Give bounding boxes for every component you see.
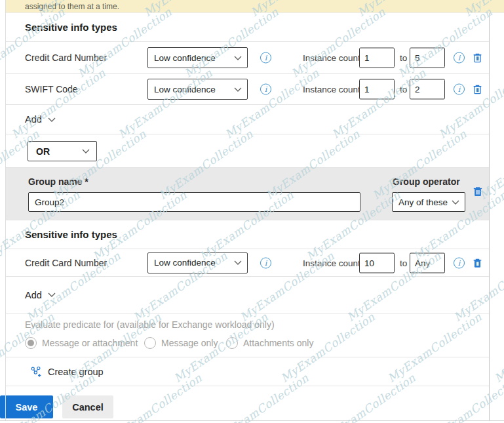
chevron-down-icon <box>234 87 242 92</box>
confidence-value: Low confidence <box>154 53 216 63</box>
radio-option-attachments-only[interactable]: Attachments only <box>226 337 313 349</box>
sensitive-info-row: Credit Card Number Low confidence i Inst… <box>5 249 489 277</box>
instance-count-label: Instance count <box>303 85 360 94</box>
sensitive-info-type-name: SWIFT Code <box>25 84 78 94</box>
footer-divider <box>0 420 504 421</box>
confidence-value: Low confidence <box>154 85 216 94</box>
radio-option-message-only[interactable]: Message only <box>144 337 218 349</box>
notice-banner: assigned to them at a time. <box>5 0 504 13</box>
info-icon[interactable]: i <box>260 257 271 268</box>
chevron-down-icon <box>48 117 56 122</box>
instance-min-input[interactable] <box>359 48 395 68</box>
radio-option-label: Message only <box>161 338 218 348</box>
instance-min-input[interactable] <box>359 252 395 273</box>
chevron-down-icon <box>234 260 242 265</box>
group-header: Group name * Group operator Any of these <box>5 168 489 220</box>
confidence-dropdown[interactable]: Low confidence <box>147 47 248 68</box>
radio-option-label: Message or attachment <box>42 338 138 348</box>
create-group-icon <box>30 366 43 378</box>
sensitive-info-row: Credit Card Number Low confidence i Inst… <box>5 42 489 74</box>
evaluate-predicate-section: Evaluate predicate for (available for Ex… <box>5 313 489 357</box>
dlp-condition-editor: assigned to them at a time. Sensitive in… <box>0 0 504 423</box>
condition-panel: Sensitive info types Credit Card Number … <box>5 13 489 420</box>
info-icon[interactable]: i <box>454 84 465 95</box>
to-label: to <box>400 85 407 94</box>
save-button[interactable]: Save <box>0 395 53 418</box>
info-icon[interactable]: i <box>260 84 271 95</box>
instance-max-input[interactable] <box>410 252 445 273</box>
add-button[interactable]: Add <box>25 290 56 300</box>
group-name-input[interactable] <box>28 192 360 212</box>
info-icon[interactable]: i <box>260 52 271 64</box>
add-row: Add <box>5 277 489 313</box>
watermark-text: MyExamCollection <box>492 310 504 385</box>
cancel-button[interactable]: Cancel <box>62 395 113 418</box>
radio-option-message-or-attachment[interactable]: Message or attachment <box>25 337 138 349</box>
instance-count-label: Instance count <box>303 258 360 268</box>
delete-icon[interactable] <box>472 257 483 268</box>
info-icon[interactable]: i <box>454 257 465 268</box>
chevron-down-icon <box>48 292 56 297</box>
instance-count-label: Instance count <box>303 53 360 63</box>
panel-right-border <box>489 13 490 420</box>
add-row: Add <box>5 105 489 134</box>
panel-left-border <box>5 0 6 420</box>
radio-icon[interactable] <box>226 337 238 349</box>
create-group-button[interactable]: Create group <box>30 366 104 378</box>
radio-option-label: Attachments only <box>243 338 313 348</box>
chevron-down-icon <box>234 56 242 60</box>
add-button[interactable]: Add <box>25 114 56 125</box>
notice-banner-text: assigned to them at a time. <box>25 2 119 11</box>
group-operator-dropdown[interactable]: Any of these <box>392 192 465 212</box>
instance-min-input[interactable] <box>359 79 395 100</box>
boolean-operator-dropdown[interactable]: OR <box>28 141 97 161</box>
radio-icon[interactable] <box>25 337 37 349</box>
section-heading: Sensitive info types <box>5 13 489 42</box>
create-group-label: Create group <box>48 367 104 377</box>
confidence-dropdown[interactable]: Low confidence <box>147 252 248 273</box>
boolean-operator-value: OR <box>36 146 50 157</box>
chevron-down-icon <box>82 149 90 153</box>
group-operator-value: Any of these <box>398 197 448 207</box>
delete-icon[interactable] <box>472 84 483 95</box>
delete-icon[interactable] <box>472 52 483 64</box>
sensitive-info-type-name: Credit Card Number <box>25 258 107 268</box>
sensitive-info-type-name: Credit Card Number <box>25 52 107 63</box>
delete-group-icon[interactable] <box>472 186 484 197</box>
sensitive-info-row: SWIFT Code Low confidence i Instance cou… <box>5 74 489 105</box>
confidence-value: Low confidence <box>154 258 216 268</box>
create-group-row: Create group <box>5 357 489 386</box>
evaluate-predicate-label: Evaluate predicate for (available for Ex… <box>25 319 275 330</box>
sensitive-info-types-heading: Sensitive info types <box>25 22 117 33</box>
confidence-dropdown[interactable]: Low confidence <box>147 79 248 100</box>
to-label: to <box>400 258 407 268</box>
group-operator-label: Group operator <box>393 176 460 187</box>
operator-row: OR <box>5 134 489 168</box>
to-label: to <box>400 53 407 63</box>
info-icon[interactable]: i <box>454 52 465 64</box>
radio-icon[interactable] <box>144 337 156 349</box>
chevron-down-icon <box>452 200 459 205</box>
add-button-label: Add <box>25 114 42 125</box>
instance-max-input[interactable] <box>410 48 445 68</box>
sensitive-info-types-heading: Sensitive info types <box>25 229 117 240</box>
instance-max-input[interactable] <box>410 79 445 100</box>
group-name-label: Group name * <box>28 176 88 187</box>
add-button-label: Add <box>25 290 42 300</box>
section-heading: Sensitive info types <box>5 220 489 249</box>
